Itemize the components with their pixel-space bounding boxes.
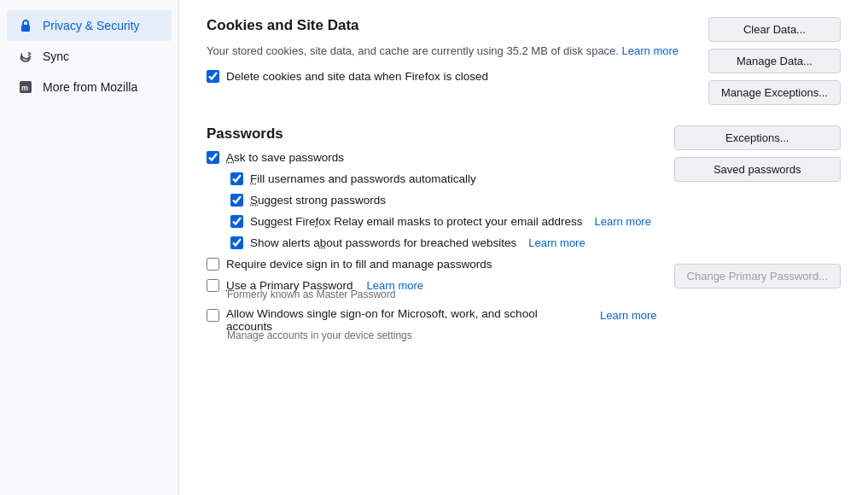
show-alerts-checkbox[interactable] (230, 236, 243, 249)
primary-password-desc: Formerly known as Master Password (227, 288, 657, 300)
passwords-row: Passwords Ask to save passwords Fill use… (207, 125, 841, 348)
clear-data-button[interactable]: Clear Data... (708, 17, 841, 42)
delete-cookies-label[interactable]: Delete cookies and site data when Firefo… (226, 70, 488, 83)
require-device-label[interactable]: Require device sign in to fill and manag… (226, 258, 492, 271)
windows-sso-learn-more[interactable]: Learn more (600, 309, 656, 322)
show-alerts-learn-more[interactable]: Learn more (528, 236, 585, 249)
use-primary-checkbox[interactable] (207, 279, 219, 292)
ask-save-label: sk to save passwords (234, 151, 344, 164)
require-device-row: Require device sign in to fill and manag… (207, 258, 657, 271)
fill-auto-row: Fill usernames and passwords automatical… (230, 172, 657, 185)
suggest-strong-label: uggest strong passwords (258, 194, 386, 207)
sidebar-item-privacy-security-label: Privacy & Security (43, 19, 140, 32)
passwords-title: Passwords (207, 125, 657, 143)
show-alerts-row: Show alerts about passwords for breached… (230, 236, 657, 249)
sync-icon (17, 48, 34, 65)
suggest-relay-row: Suggest Firefox Relay email masks to pro… (230, 215, 657, 228)
passwords-section: Passwords Ask to save passwords Fill use… (207, 125, 841, 348)
fill-auto-label: ill usernames and passwords automaticall… (257, 172, 476, 185)
sidebar-item-more-from-mozilla[interactable]: m More from Mozilla (7, 72, 172, 102)
passwords-buttons: Exceptions... Saved passwords Change Pri… (674, 125, 841, 288)
sidebar-item-privacy-security[interactable]: Privacy & Security (7, 10, 172, 41)
cookies-learn-more-link[interactable]: Learn more (622, 44, 679, 57)
sidebar: Privacy & Security Sync m More from Mozi… (0, 0, 179, 495)
suggest-relay-learn-more[interactable]: Learn more (594, 215, 650, 228)
require-device-checkbox[interactable] (207, 258, 219, 271)
delete-cookies-checkbox[interactable] (207, 70, 219, 83)
cookies-buttons: Clear Data... Manage Data... Manage Exce… (708, 17, 841, 105)
sidebar-item-sync[interactable]: Sync (7, 41, 172, 72)
cookies-title: Cookies and Site Data (207, 17, 691, 34)
cookies-left: Cookies and Site Data Your stored cookie… (207, 17, 691, 91)
suggest-relay-checkbox[interactable] (230, 215, 243, 228)
svg-text:m: m (21, 84, 28, 92)
cookies-description: Your stored cookies, site data, and cach… (207, 43, 691, 60)
sidebar-item-more-from-mozilla-label: More from Mozilla (43, 80, 137, 94)
saved-passwords-button[interactable]: Saved passwords (674, 157, 841, 182)
manage-data-button[interactable]: Manage Data... (708, 49, 841, 73)
main-content: Cookies and Site Data Your stored cookie… (179, 0, 868, 495)
manage-exceptions-button[interactable]: Manage Exceptions... (708, 80, 841, 105)
fill-auto-checkbox[interactable] (230, 172, 243, 185)
exceptions-button[interactable]: Exceptions... (674, 125, 841, 150)
mozilla-icon: m (17, 79, 34, 96)
windows-sso-checkbox[interactable] (207, 309, 219, 322)
delete-cookies-row: Delete cookies and site data when Firefo… (207, 70, 691, 83)
passwords-left: Passwords Ask to save passwords Fill use… (207, 125, 657, 348)
suggest-strong-checkbox[interactable] (230, 194, 243, 207)
change-primary-password-button[interactable]: Change Primary Password... (674, 264, 841, 288)
cookies-section: Cookies and Site Data Your stored cookie… (207, 17, 841, 105)
svg-rect-0 (21, 25, 30, 32)
ask-save-checkbox[interactable] (207, 151, 219, 164)
suggest-strong-row: Suggest strong passwords (230, 194, 657, 207)
ask-save-row: Ask to save passwords (207, 151, 657, 164)
sidebar-item-sync-label: Sync (43, 50, 69, 63)
lock-icon (17, 17, 34, 34)
